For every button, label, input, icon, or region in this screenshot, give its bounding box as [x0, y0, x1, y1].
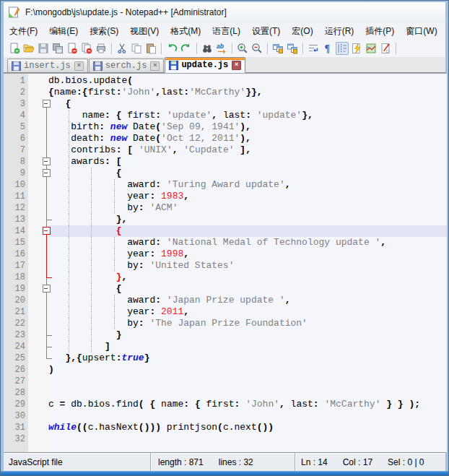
save-all-button[interactable] — [51, 42, 64, 55]
word-wrap-button[interactable] — [307, 42, 320, 55]
sync-scroll-v-button[interactable] — [271, 42, 284, 55]
menu-item-7[interactable]: 宏(O) — [286, 23, 318, 40]
code-line-27[interactable]: 27 — [4, 376, 447, 387]
menu-item-3[interactable]: 视图(V) — [124, 23, 165, 40]
fold-margin-mark — [28, 214, 48, 225]
code-line-1[interactable]: 1db.bios.update( — [4, 75, 447, 87]
code-line-20[interactable]: 20 award: 'Japan Prize update ', — [4, 295, 447, 306]
code-line-11[interactable]: 11 year: 1983, — [4, 191, 447, 202]
code-line-5[interactable]: 5 birth: new Date('Sep 09, 1941'), — [4, 121, 447, 133]
code-line-21[interactable]: 21 year: 2011, — [4, 306, 447, 318]
close-all-button[interactable] — [80, 42, 93, 55]
show-all-chars-button[interactable]: ¶ — [321, 42, 334, 55]
notepad-plus-plus-window: F:\mongodb\js\update.js - Notepad++ [Adm… — [0, 0, 449, 476]
menu-item-5[interactable]: 语言(L) — [206, 23, 246, 40]
tab-close-icon[interactable]: × — [74, 61, 84, 71]
zoom-out-button[interactable] — [250, 42, 263, 55]
save-file-button[interactable] — [37, 42, 50, 55]
toolbar-separator — [267, 43, 268, 54]
code-line-17[interactable]: 17 by: 'United States' — [4, 260, 447, 272]
fold-toggle-icon[interactable] — [28, 283, 48, 295]
saved-file-icon — [93, 61, 103, 71]
zoom-out-icon — [251, 43, 263, 54]
code-editor[interactable]: 1db.bios.update(2{name:{first:'John',las… — [4, 73, 447, 452]
code-line-7[interactable]: 7 contribs: [ 'UNIX', 'Cupdate' ], — [4, 144, 447, 156]
user-define-dialog-button[interactable] — [350, 42, 363, 55]
tab-close-icon[interactable]: × — [150, 61, 160, 71]
menu-item-9[interactable]: 插件(P) — [359, 23, 400, 40]
menu-item-0[interactable]: 文件(F) — [4, 23, 43, 40]
print-button[interactable] — [95, 42, 108, 55]
code-line-9[interactable]: 9 { — [4, 168, 447, 179]
code-line-8[interactable]: 8 awards: [ — [4, 156, 447, 168]
code-line-31[interactable]: 31while((c.hasNext())) printjson(c.next(… — [4, 422, 447, 433]
notepad-plus-plus-app-icon — [8, 7, 20, 19]
code-line-16[interactable]: 16 year: 1998, — [4, 248, 447, 260]
window-bottom-border — [1, 471, 448, 476]
fold-margin-mark — [28, 110, 48, 121]
close-file-button[interactable] — [66, 42, 79, 55]
menu-item-4[interactable]: 格式(M) — [165, 23, 206, 40]
sync-scroll-h-button[interactable] — [286, 42, 299, 55]
fold-toggle-icon[interactable] — [28, 156, 48, 168]
code-line-2[interactable]: 2{name:{first:'John',last:'McCarthy'}}, — [4, 87, 447, 98]
code-line-3[interactable]: 3 { — [4, 98, 447, 110]
find-button[interactable] — [201, 42, 214, 55]
tab-label: insert.js — [24, 61, 71, 71]
tab-close-icon[interactable]: × — [232, 61, 241, 70]
code-line-6[interactable]: 6 death: new Date('Oct 12, 2011'), — [4, 133, 447, 144]
code-text: },{upsert:true} — [48, 352, 149, 364]
code-line-4[interactable]: 4 name: { first: 'update', last: 'update… — [4, 110, 447, 121]
new-file-button[interactable] — [8, 42, 21, 55]
cut-icon — [116, 43, 128, 54]
code-line-29[interactable]: 29c = db.bios.find( { name: { first: 'Jo… — [4, 399, 447, 410]
fold-margin-mark — [28, 341, 48, 352]
code-line-24[interactable]: 24 ] — [4, 341, 447, 352]
code-line-10[interactable]: 10 award: 'Turing Award update', — [4, 179, 447, 191]
replace-button[interactable]: ab — [215, 42, 228, 55]
code-line-32[interactable]: 32 — [4, 433, 447, 445]
menu-item-1[interactable]: 编辑(E) — [43, 23, 84, 40]
code-line-25[interactable]: 25 },{upsert:true} — [4, 352, 447, 364]
fold-toggle-icon[interactable] — [28, 225, 48, 237]
title-bar[interactable]: F:\mongodb\js\update.js - Notepad++ [Adm… — [4, 2, 445, 23]
show-indent-guide-button[interactable] — [336, 42, 349, 55]
code-text: { — [48, 98, 71, 110]
line-number: 29 — [4, 399, 25, 410]
code-line-18[interactable]: 18 }, — [4, 272, 447, 283]
user-define-dialog-icon — [351, 43, 362, 54]
cut-button[interactable] — [115, 42, 128, 55]
zoom-in-button[interactable] — [236, 42, 249, 55]
menu-item-2[interactable]: 搜索(S) — [84, 23, 124, 40]
code-line-26[interactable]: 26) — [4, 364, 447, 376]
undo-button[interactable] — [165, 42, 178, 55]
toolbar-separator — [111, 43, 112, 54]
code-line-22[interactable]: 22 by: 'The Japan Prize Foundation' — [4, 318, 447, 329]
paste-button[interactable] — [144, 42, 157, 55]
code-text: by: 'ACM' — [48, 202, 178, 214]
code-line-14[interactable]: 14 { — [4, 225, 447, 237]
menu-item-11[interactable]: ? — [443, 24, 449, 38]
function-list-button[interactable]: D — [379, 42, 392, 55]
code-line-23[interactable]: 23 } — [4, 329, 447, 341]
tab-update-js[interactable]: update.js× — [165, 57, 245, 73]
code-line-28[interactable]: 28 — [4, 387, 447, 399]
code-line-15[interactable]: 15 award: 'National Medal of Technology … — [4, 237, 447, 248]
tab-insert-js[interactable]: insert.js× — [7, 59, 88, 72]
menu-item-6[interactable]: 设置(T) — [246, 23, 286, 40]
menu-item-8[interactable]: 运行(R) — [319, 23, 360, 40]
code-line-13[interactable]: 13 }, — [4, 214, 447, 225]
redo-button[interactable] — [180, 42, 193, 55]
fold-toggle-icon[interactable] — [28, 168, 48, 179]
menu-item-10[interactable]: 窗口(W) — [400, 23, 443, 40]
open-file-button[interactable] — [22, 42, 35, 55]
status-bar: JavaScript file length : 871 lines : 32 … — [4, 452, 445, 472]
fold-margin-mark — [28, 272, 48, 283]
copy-button[interactable] — [130, 42, 143, 55]
fold-toggle-icon[interactable] — [28, 98, 48, 110]
code-line-30[interactable]: 30 — [4, 410, 447, 422]
tab-serch-js[interactable]: serch.js× — [89, 59, 165, 72]
code-line-12[interactable]: 12 by: 'ACM' — [4, 202, 447, 214]
code-line-19[interactable]: 19 { — [4, 283, 447, 295]
document-map-button[interactable] — [365, 42, 378, 55]
